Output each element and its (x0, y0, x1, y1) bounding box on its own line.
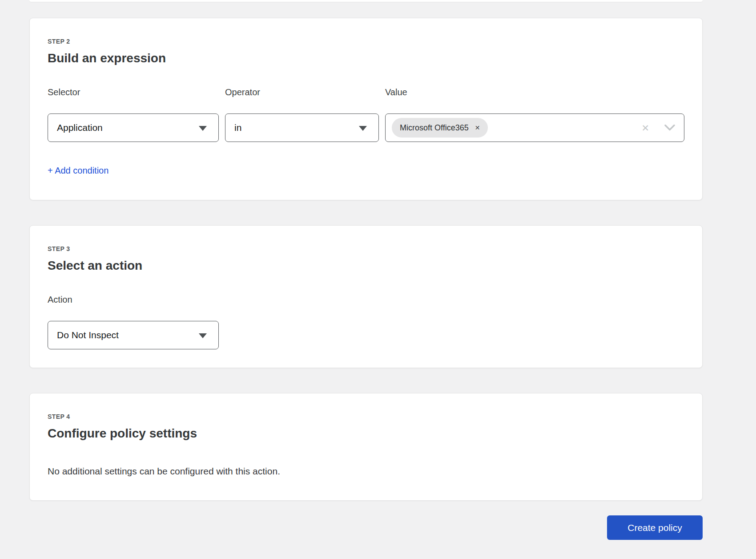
step3-card: STEP 3 Select an action Action Do Not In… (29, 225, 703, 368)
value-tag-text: Microsoft Office365 (400, 123, 469, 133)
action-fields-row: Action Do Not Inspect (48, 294, 684, 349)
step4-title: Configure policy settings (48, 426, 684, 441)
previous-card-bottom-edge (29, 0, 703, 2)
operator-label: Operator (225, 87, 379, 97)
step2-label: STEP 2 (48, 38, 684, 45)
step3-label: STEP 3 (48, 245, 684, 252)
value-tag: Microsoft Office365 ✕ (392, 118, 488, 138)
chevron-down-icon[interactable] (664, 125, 675, 131)
step4-label: STEP 4 (48, 413, 684, 420)
clear-selection-icon[interactable]: ✕ (641, 123, 649, 133)
create-policy-button[interactable]: Create policy (607, 515, 703, 540)
value-field: Value Microsoft Office365 ✕ ✕ (385, 87, 684, 142)
caret-down-icon (199, 126, 207, 131)
page-content: STEP 2 Build an expression Selector Appl… (29, 0, 703, 540)
caret-down-icon (199, 333, 207, 338)
footer-row: Create policy (29, 515, 703, 540)
step2-title: Build an expression (48, 51, 684, 65)
caret-down-icon (359, 126, 367, 131)
action-value: Do Not Inspect (57, 330, 119, 340)
value-multiselect[interactable]: Microsoft Office365 ✕ ✕ (385, 113, 684, 142)
expression-fields-row: Selector Application Operator in Value M… (48, 87, 684, 142)
action-field: Action Do Not Inspect (48, 294, 219, 349)
operator-field: Operator in (225, 87, 379, 142)
selector-label: Selector (48, 87, 219, 97)
step3-title: Select an action (48, 259, 684, 273)
operator-value: in (234, 122, 241, 133)
settings-note: No additional settings can be configured… (48, 466, 684, 477)
add-condition-link[interactable]: + Add condition (48, 165, 109, 176)
selector-field: Selector Application (48, 87, 219, 142)
action-dropdown[interactable]: Do Not Inspect (48, 321, 219, 349)
step4-card: STEP 4 Configure policy settings No addi… (29, 393, 703, 501)
step2-card: STEP 2 Build an expression Selector Appl… (29, 18, 703, 200)
action-label: Action (48, 294, 219, 305)
selector-value: Application (57, 122, 103, 133)
selector-dropdown[interactable]: Application (48, 113, 219, 142)
remove-tag-icon[interactable]: ✕ (475, 125, 480, 131)
operator-dropdown[interactable]: in (225, 113, 379, 142)
value-label: Value (385, 87, 684, 97)
